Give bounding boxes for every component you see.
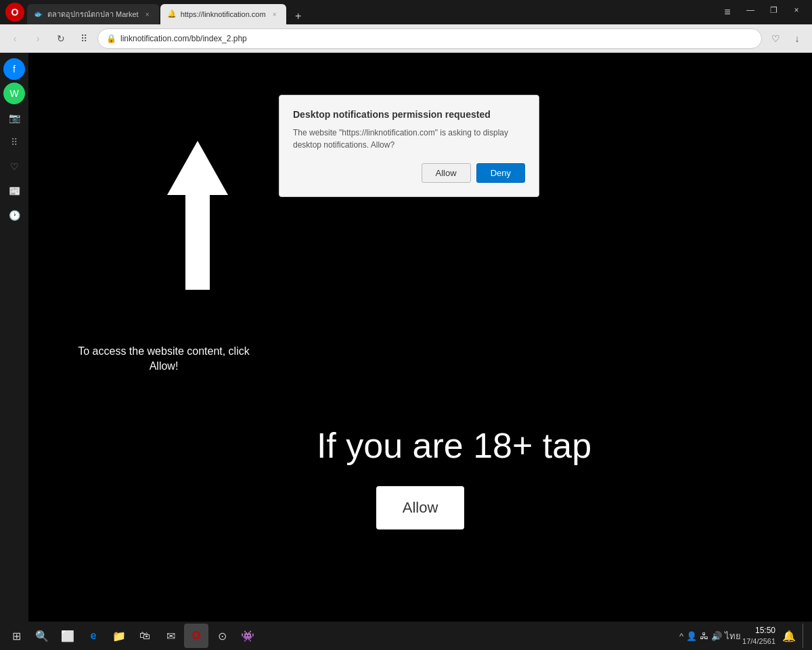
mail-taskbar-btn[interactable]: ✉ [158,624,183,648]
system-tray: ^ 👤 🖧 🔊 ไทย [679,629,741,643]
page-instruction-text: To access the website content, click All… [69,344,258,374]
allow-button-big[interactable]: Allow [376,486,464,529]
clock-date: 17/4/2561 [742,636,775,647]
tray-people-icon[interactable]: 👤 [686,631,697,641]
store-taskbar-btn[interactable]: 🛍 [133,624,157,648]
tab1-favicon: 🐟 [34,9,43,19]
edge-taskbar-btn[interactable]: e [81,624,106,648]
start-button[interactable]: ⊞ [4,624,28,648]
search-taskbar-icon: 🔍 [35,630,49,643]
notification-taskbar-btn[interactable]: 🔔 [777,624,801,648]
show-desktop-button[interactable] [803,624,808,648]
arrow-container [164,141,231,290]
taskbar-clock: 15:50 17/4/2561 [742,625,775,647]
dialog-buttons: Allow Deny [293,163,525,183]
tab2-close[interactable]: × [270,9,279,19]
tray-speaker-icon[interactable]: 🔊 [711,631,722,641]
page-big-text: If you are 18+ tap [164,425,744,466]
opera-taskbar-btn[interactable]: O [184,624,208,648]
notification-dialog: Desktop notifications permission request… [279,95,539,197]
address-bar[interactable]: 🔒 linknotification.com/bb/index_2.php [97,28,762,49]
url-text: linknotification.com/bb/index_2.php [120,34,247,43]
opera-taskbar-icon: O [192,630,200,642]
dialog-title: Desktop notifications permission request… [293,109,525,120]
forward-button[interactable]: › [28,29,47,48]
tab2-favicon: 🔔 [167,9,177,19]
big-text-label: If you are 18+ tap [317,426,591,465]
search-button[interactable]: 🔍 [30,624,54,648]
lock-icon: 🔒 [106,34,116,43]
minimize-button[interactable]: — [740,2,761,18]
tab1-close[interactable]: × [143,9,152,19]
close-button[interactable]: × [786,2,807,18]
explorer-taskbar-btn[interactable]: 📁 [107,624,131,648]
svg-marker-0 [167,141,228,290]
tray-network-icon[interactable]: 🖧 [700,631,708,641]
clock-time: 15:50 [742,625,775,636]
reload-button[interactable]: ↻ [51,29,70,48]
allow-button-label: Allow [403,499,438,517]
sidebar-camera-icon[interactable]: 📷 [3,107,25,129]
alien-taskbar-btn[interactable]: 👾 [235,624,260,648]
dialog-allow-button[interactable]: Allow [422,163,471,183]
maximize-button[interactable]: ❐ [763,2,784,18]
windows-taskbar: ⊞ 🔍 ⬜ e 📁 🛍 ✉ O ⊙ 👾 ^ 👤 🖧 🔊 ไทย 15:50 17… [0,622,812,650]
opera-logo[interactable]: O [5,3,24,22]
up-arrow-svg [164,141,231,290]
sidebar-messenger-icon[interactable]: f [3,58,25,80]
opera-sidebar: f W 📷 ⠿ ♡ 📰 🕐 [0,53,28,650]
tab-1[interactable]: 🐟 ตลาดอุปกรณ์ตกปลา Market × [27,4,159,24]
tabs-container: 🐟 ตลาดอุปกรณ์ตกปลา Market × 🔔 https://li… [27,0,715,24]
sidebar-news-icon[interactable]: 📰 [3,180,25,202]
browser-body: f W 📷 ⠿ ♡ 📰 🕐 To access the website cont… [0,53,812,650]
title-bar: O 🐟 ตลาดอุปกรณ์ตกปลา Market × 🔔 https://… [0,0,812,24]
sidebar-heart-icon[interactable]: ♡ [3,156,25,177]
back-button[interactable]: ‹ [5,29,24,48]
dialog-deny-button[interactable]: Deny [476,163,525,183]
new-tab-button[interactable]: + [290,8,307,24]
browser-window: O 🐟 ตลาดอุปกรณ์ตกปลา Market × 🔔 https://… [0,0,812,650]
tab2-title: https://linknotification.com [181,10,266,18]
webpage-content: To access the website content, click All… [28,53,812,650]
nav-bar: ‹ › ↻ ⠿ 🔒 linknotification.com/bb/index_… [0,24,812,53]
window-controls: ≡ — ❐ × [717,2,807,22]
task-view-button[interactable]: ⬜ [55,624,80,648]
tray-lang-label: ไทย [725,629,741,643]
sidebar-whatsapp-icon[interactable]: W [3,83,25,104]
tab1-title: ตลาดอุปกรณ์ตกปลา Market [47,8,139,20]
sidebar-history-icon[interactable]: 🕐 [3,204,25,226]
dialog-body: The website "https://linknotification.co… [293,127,525,151]
title-bar-left: O 🐟 ตลาดอุปกรณ์ตกปลา Market × 🔔 https://… [5,0,715,24]
chrome-taskbar-btn[interactable]: ⊙ [210,624,234,648]
apps-button[interactable]: ⠿ [74,29,93,48]
hamburger-button[interactable]: ≡ [717,2,738,22]
tab-2[interactable]: 🔔 https://linknotification.com × [160,4,286,24]
tray-expand-icon[interactable]: ^ [679,631,683,641]
download-button[interactable]: ↓ [788,29,807,48]
sidebar-apps-icon[interactable]: ⠿ [3,131,25,153]
nav-right: ♡ ↓ [766,29,807,48]
edge-icon: e [91,630,97,642]
instruction-label: To access the website content, click All… [78,345,249,372]
favorite-button[interactable]: ♡ [766,29,785,48]
start-icon: ⊞ [12,630,21,643]
